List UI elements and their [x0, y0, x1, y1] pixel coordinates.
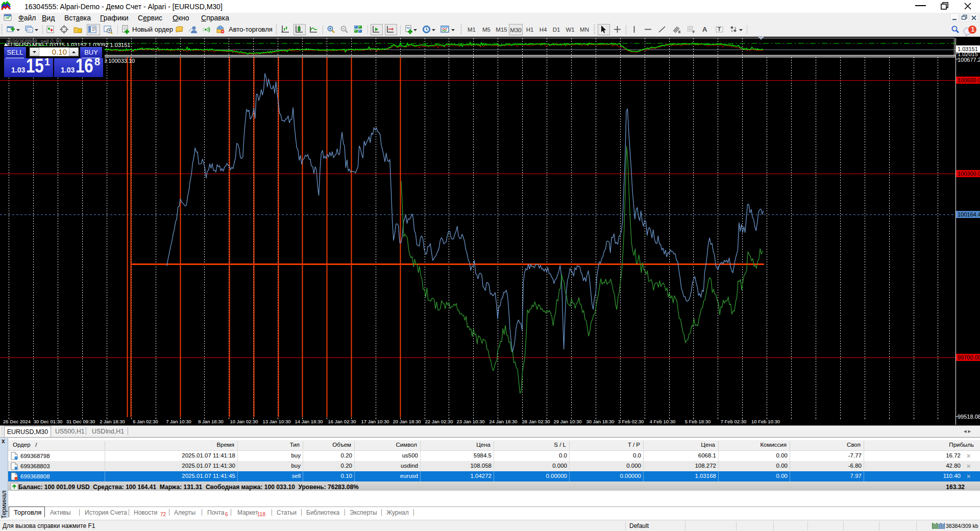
svg-text:10 Feb 10:30: 10 Feb 10:30: [751, 419, 780, 424]
svg-text:99700.00: 99700.00: [958, 354, 980, 360]
svg-text:22 Jan 02:30: 22 Jan 02:30: [425, 419, 453, 424]
svg-text:100600.08: 100600.08: [958, 77, 980, 83]
svg-text:100677.2: 100677.2: [958, 57, 980, 63]
svg-text:24 Jan 18:30: 24 Jan 18:30: [489, 419, 518, 424]
svg-text:23 Jan 10:30: 23 Jan 10:30: [457, 419, 485, 424]
svg-text:29 Jan 10:30: 29 Jan 10:30: [554, 419, 582, 424]
svg-text:28 Jan 02:30: 28 Jan 02:30: [522, 419, 550, 424]
svg-text:20 Jan 18:30: 20 Jan 18:30: [393, 419, 421, 424]
svg-text:31 Dec 09:30: 31 Dec 09:30: [66, 419, 95, 424]
svg-text:4 Feb 10:30: 4 Feb 10:30: [650, 419, 676, 424]
svg-text:26 Dec 2024: 26 Dec 2024: [3, 419, 31, 424]
svg-text:9 100033.10: 9 100033.10: [104, 58, 135, 64]
svg-text:7 Jan 10:30: 7 Jan 10:30: [166, 419, 191, 424]
svg-text:16 Jan 02:30: 16 Jan 02:30: [328, 419, 356, 424]
svg-text:2 Jan 18:30: 2 Jan 18:30: [100, 419, 125, 424]
svg-text:13 Jan 10:30: 13 Jan 10:30: [263, 419, 291, 424]
svg-text:30 Dec 01:30: 30 Dec 01:30: [34, 419, 63, 424]
svg-text:5 Feb 18:30: 5 Feb 18:30: [685, 419, 711, 424]
svg-text:100300.08: 100300.08: [958, 171, 980, 177]
svg-text:10 Jan 02:30: 10 Jan 02:30: [230, 419, 258, 424]
svg-text:6 Jan 02:30: 6 Jan 02:30: [133, 419, 158, 424]
svg-text:30 Jan 18:30: 30 Jan 18:30: [586, 419, 615, 424]
svg-text:100164.45: 100164.45: [958, 211, 980, 218]
svg-text:7 Feb 02:30: 7 Feb 02:30: [721, 419, 747, 424]
svg-text:99518.08: 99518.08: [958, 414, 980, 420]
svg-text:8 Jan 18:30: 8 Jan 18:30: [198, 419, 224, 424]
svg-text:17 Jan 10:30: 17 Jan 10:30: [361, 419, 389, 424]
svg-text:14 Jan 18:30: 14 Jan 18:30: [295, 419, 323, 424]
svg-text:3 Feb 02:30: 3 Feb 02:30: [618, 419, 644, 424]
